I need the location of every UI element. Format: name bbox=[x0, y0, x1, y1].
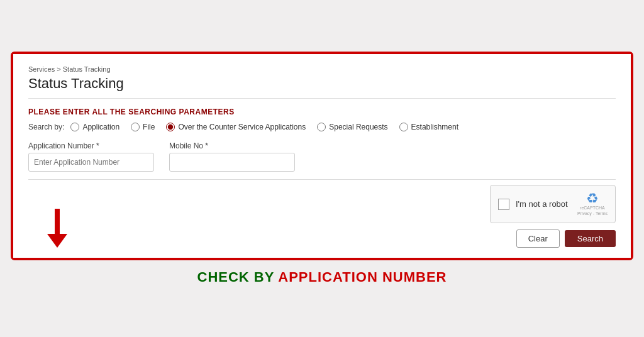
radio-application-input[interactable] bbox=[70, 123, 79, 131]
recaptcha-sub: Privacy - Terms bbox=[577, 211, 608, 216]
clear-button[interactable]: Clear bbox=[516, 229, 560, 248]
captcha-checkbox[interactable] bbox=[498, 199, 509, 210]
right-controls: I'm not a robot ♻ reCAPTCHA Privacy - Te… bbox=[490, 185, 616, 248]
arrow-head bbox=[47, 234, 67, 248]
arrow-area bbox=[28, 209, 67, 248]
search-button[interactable]: Search bbox=[565, 230, 616, 247]
action-buttons: Clear Search bbox=[516, 229, 616, 248]
radio-otc-input[interactable] bbox=[166, 123, 175, 131]
bottom-area: I'm not a robot ♻ reCAPTCHA Privacy - Te… bbox=[28, 179, 616, 248]
radio-group: Application File Over the Counter Servic… bbox=[70, 123, 458, 131]
caption-check: CHECK BY bbox=[197, 269, 279, 285]
main-card: Services > Status Tracking Status Tracki… bbox=[11, 52, 633, 260]
radio-establishment[interactable]: Establishment bbox=[399, 123, 458, 131]
mobile-input[interactable] bbox=[169, 153, 295, 172]
radio-file-input[interactable] bbox=[131, 123, 140, 131]
page-title: Status Tracking bbox=[28, 75, 616, 99]
app-number-group: Application Number * bbox=[28, 141, 154, 172]
mobile-label: Mobile No * bbox=[169, 141, 295, 150]
form-panel: Services > Status Tracking Status Tracki… bbox=[13, 54, 631, 258]
arrow-shaft bbox=[55, 209, 60, 234]
captcha-box[interactable]: I'm not a robot ♻ reCAPTCHA Privacy - Te… bbox=[490, 185, 616, 223]
mobile-group: Mobile No * bbox=[169, 141, 295, 172]
search-by-row: Search by: Application File Over the Cou… bbox=[28, 123, 616, 131]
section-label: PLEASE ENTER ALL THE SEARCHING PARAMETER… bbox=[28, 108, 616, 116]
search-by-label: Search by: bbox=[28, 123, 64, 131]
caption-app: APPLICATION NUMBER bbox=[278, 269, 447, 285]
red-arrow-icon bbox=[47, 209, 67, 248]
app-number-input[interactable] bbox=[28, 153, 154, 172]
bottom-caption: CHECK BY APPLICATION NUMBER bbox=[197, 269, 447, 285]
radio-file[interactable]: File bbox=[131, 123, 155, 131]
captcha-label: I'm not a robot bbox=[516, 199, 571, 209]
app-number-label: Application Number * bbox=[28, 141, 154, 150]
radio-special-input[interactable] bbox=[317, 123, 326, 131]
radio-otc[interactable]: Over the Counter Service Applications bbox=[166, 123, 306, 131]
recaptcha-logo: ♻ reCAPTCHA Privacy - Terms bbox=[577, 192, 608, 216]
radio-establishment-input[interactable] bbox=[399, 123, 408, 131]
radio-application[interactable]: Application bbox=[70, 123, 119, 131]
fields-row: Application Number * Mobile No * bbox=[28, 141, 616, 172]
radio-special[interactable]: Special Requests bbox=[317, 123, 387, 131]
recaptcha-brand: reCAPTCHA bbox=[580, 206, 605, 211]
recaptcha-icon: ♻ bbox=[586, 192, 599, 206]
breadcrumb: Services > Status Tracking bbox=[28, 65, 616, 73]
